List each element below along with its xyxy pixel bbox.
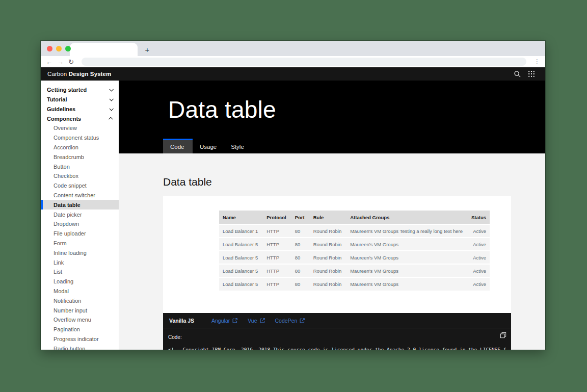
sidebar-item-label: Link [54,259,64,266]
copy-icon[interactable] [500,331,506,341]
new-tab-button[interactable]: + [141,43,154,56]
tab[interactable]: Code [163,139,193,153]
cell-port: 80 [291,277,310,291]
table-row: Load Balancer 1 HTTP 80 Round Robin Maur… [219,224,490,238]
maximize-window-button[interactable] [65,46,71,51]
code-snippet[interactable]: <!-- Copyright IBM Corp. 2016, 2018 This… [168,347,506,350]
sidebar-item-label: Code snippet [54,182,87,189]
sidebar-item-label: Progress indicator [54,336,99,342]
sidebar-section-label: Tutorial [47,96,110,102]
cell-status: Active [468,251,490,264]
component-demo-card: Name Protocol Port Rule Attached Groups … [163,196,511,313]
sidebar-item-label: Overflow menu [54,317,91,323]
tab[interactable]: Style [224,139,253,153]
cell-port: 80 [291,264,310,277]
browser-tab-strip: + [41,41,545,56]
sidebar-item[interactable]: Inline loading [41,248,119,257]
sidebar-item[interactable]: File uploader [41,229,119,239]
column-header: Rule [310,211,346,224]
sidebar-item[interactable]: Link [41,257,119,267]
cell-attached-groups: Maureen's VM Groups Testing a really lon… [346,224,468,238]
cell-protocol: HTTP [263,277,291,291]
site-brand: Carbon Design System [47,71,111,77]
sidebar-item[interactable]: Pagination [41,325,119,334]
launch-icon [300,318,305,323]
sidebar-item[interactable]: Overview [41,123,119,133]
sidebar-item[interactable]: Code snippet [41,181,119,191]
framework-link-label: Vue [248,318,257,324]
sidebar-item-label: List [54,269,62,275]
cell-port: 80 [291,251,310,264]
framework-links: Angular Vue CodePen [211,318,305,324]
sidebar-item[interactable]: Form [41,239,119,248]
sidebar-item[interactable]: Notification [41,296,119,305]
browser-menu-icon[interactable]: ⋮ [534,58,540,65]
app-switcher-icon[interactable] [524,67,539,81]
close-window-button[interactable] [47,46,52,51]
sidebar-item-label: File uploader [54,230,86,237]
cell-rule: Round Robin [310,251,346,264]
sidebar-item[interactable]: Progress indicator [41,334,119,344]
sidebar-item[interactable]: Date picker [41,210,119,219]
sidebar-item[interactable]: Content switcher [41,191,119,200]
sidebar-item[interactable]: Radio button [41,344,119,350]
minimize-window-button[interactable] [56,46,62,51]
framework-link[interactable]: Vue [248,318,264,324]
sidebar-item-label: Radio button [54,346,85,350]
framework-link[interactable]: Angular [211,318,237,324]
sidebar-item[interactable]: Component status [41,133,119,143]
sidebar-item-label: Number input [54,307,87,313]
sidebar-item-label: Accordion [54,144,78,150]
tab-label: Code [170,144,184,150]
cell-rule: Round Robin [310,277,346,291]
site-header: Carbon Design System [41,67,545,81]
sidebar-item[interactable]: Button [41,162,119,171]
brand-light: Carbon [47,71,67,77]
sidebar-item[interactable]: Loading [41,277,119,286]
sidebar-item[interactable]: Accordion [41,143,119,152]
sidebar-item[interactable]: Number input [41,305,119,315]
cell-rule: Round Robin [310,238,346,251]
column-header: Protocol [263,211,291,224]
sidebar-item[interactable]: List [41,267,119,277]
sidebar-section[interactable]: Guidelines [41,104,119,114]
sidebar-section[interactable]: Tutorial [41,94,119,104]
sidebar-section[interactable]: Components [41,114,119,123]
sidebar-item-label: Notification [54,298,81,304]
page-title: Data table [168,96,545,123]
tab[interactable]: Usage [193,139,224,153]
sidebar-item-label: Pagination [54,326,80,332]
sidebar-item-label: Modal [54,288,69,294]
plus-icon: + [145,45,150,54]
chevron-icon [109,87,113,91]
reload-icon[interactable]: ↻ [68,59,74,65]
sidebar-item-label: Form [54,240,67,246]
sidebar-item[interactable]: Modal [41,286,119,296]
cell-rule: Round Robin [310,264,346,277]
sidebar-item[interactable]: Data table [41,200,119,210]
sidebar-item-label: Dropdown [54,221,79,227]
back-icon[interactable]: ← [46,59,52,65]
browser-tab[interactable] [70,43,138,56]
forward-icon[interactable]: → [57,59,64,65]
framework-link-label: Angular [211,318,230,324]
framework-link[interactable]: CodePen [275,318,305,324]
address-bar[interactable] [82,58,526,66]
sidebar-item-label: Component status [54,135,99,141]
sidebar-item[interactable]: Breadcrumb [41,152,119,162]
cell-protocol: HTTP [263,238,291,251]
window-controls [47,46,71,51]
sidebar-section-label: Getting started [47,87,110,93]
content-area: Data table Name Protocol Port Rule Attac… [119,153,545,350]
tab-label: Style [231,144,244,150]
search-icon[interactable] [510,67,524,81]
cell-attached-groups: Maureen's VM Groups [346,277,468,291]
sidebar-item[interactable]: Overflow menu [41,315,119,325]
sidebar-section-label: Guidelines [47,106,110,112]
sidebar-section-label: Components [47,116,110,122]
cell-port: 80 [291,224,310,238]
sidebar-item[interactable]: Checkbox [41,171,119,181]
sidebar-section[interactable]: Getting started [41,85,119,94]
tab-label: Usage [200,144,217,150]
sidebar-item[interactable]: Dropdown [41,219,119,229]
